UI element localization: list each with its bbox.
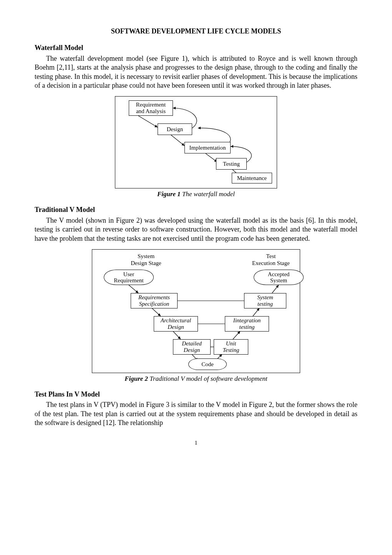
oval-accepted-system: AcceptedSystem <box>254 270 304 285</box>
figure-2: SystemDesign Stage TestExecution Stage U… <box>35 249 357 383</box>
page-number: 1 <box>35 439 357 447</box>
svg-line-10 <box>253 308 259 316</box>
figure-2-label: Figure 2 <box>125 375 148 382</box>
svg-line-6 <box>173 331 181 339</box>
figure-2-text: Traditional V model of software developm… <box>148 375 267 382</box>
node-design: Design <box>158 123 192 135</box>
node-testing: Testing <box>216 158 247 170</box>
figure-1: Requirementand Analysis Design Implement… <box>35 96 357 198</box>
rect-detailed-design: DetailedDesign <box>173 339 211 355</box>
svg-line-5 <box>152 308 161 316</box>
node-maintenance: Maintenance <box>232 173 272 183</box>
node-requirement: Requirementand Analysis <box>129 100 173 116</box>
para-testplans: The test plans in V (TPV) model in Figur… <box>35 400 357 427</box>
heading-testplans: Test Plans In V Model <box>35 390 357 399</box>
oval-code: Code <box>188 358 227 370</box>
heading-waterfall: Waterfall Model <box>35 43 357 52</box>
figure-1-label: Figure 1 <box>157 190 181 198</box>
rect-unit-testing: UnitTesting <box>214 339 248 355</box>
rect-system-testing: Systemtesting <box>244 293 286 308</box>
page: SOFTWARE DEVELOPMENT LIFE CYCLE MODELS W… <box>0 0 392 462</box>
svg-line-0 <box>138 116 158 127</box>
svg-line-11 <box>272 285 279 293</box>
para-waterfall: The waterfall development model (see Fig… <box>35 54 357 90</box>
figure-1-text: The waterfall model <box>181 190 235 198</box>
figure-2-caption: Figure 2 Traditional V model of software… <box>125 375 267 383</box>
label-design-stage: SystemDesign Stage <box>119 253 173 267</box>
document-title: SOFTWARE DEVELOPMENT LIFE CYCLE MODELS <box>35 27 357 36</box>
label-exec-stage: TestExecution Stage <box>244 253 298 267</box>
node-implementation: Implementation <box>184 142 231 153</box>
heading-vmodel: Traditional V Model <box>35 205 357 214</box>
rect-req-spec: RequirementsSpecification <box>131 293 178 308</box>
svg-line-2 <box>206 153 217 162</box>
svg-line-9 <box>233 331 240 339</box>
svg-line-1 <box>171 135 184 146</box>
oval-user-requirement: UserRequirement <box>104 270 154 285</box>
figure-1-caption: Figure 1 The waterfall model <box>157 190 235 198</box>
para-vmodel: The V model (shown in Figure 2) was deve… <box>35 216 357 243</box>
rect-arch-design: ArchitecturalDesign <box>154 316 198 332</box>
svg-line-4 <box>129 285 138 293</box>
rect-integration-testing: Iintegrationtesting <box>225 316 269 332</box>
